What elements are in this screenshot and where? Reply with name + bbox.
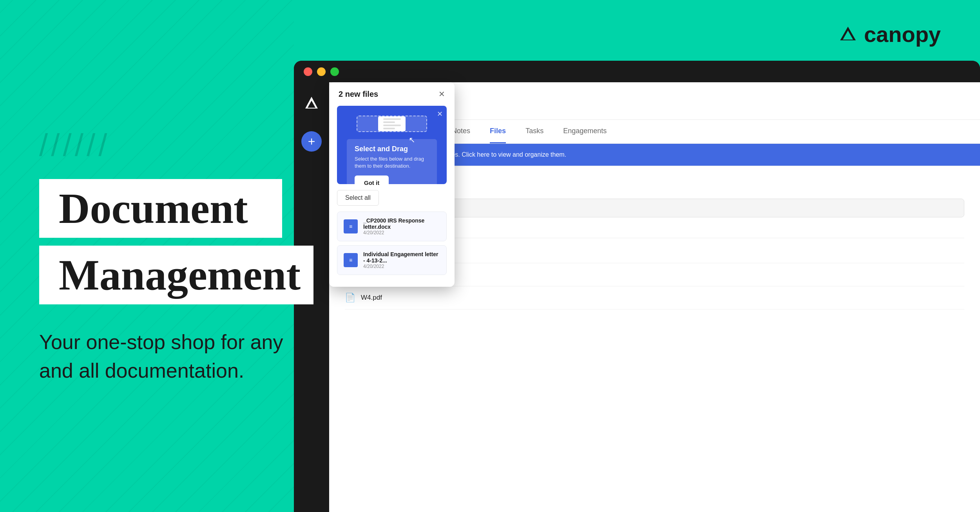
file-item-w4[interactable]: 📄 W4.pdf [345,286,964,309]
drag-line-short-1 [383,121,395,123]
popup-close-button[interactable]: ✕ [438,89,445,99]
drag-tooltip-title: Select and Drag [355,145,429,153]
headline-line1: Document [59,185,248,232]
doc-icon-2: ≡ [344,253,358,267]
drag-line-short-2 [383,128,395,129]
drag-file-lines [383,118,401,129]
file-list-info-2: Individual Engagement letter - 4-13-2...… [363,251,440,269]
cursor-icon: ↖ [409,135,415,145]
tab-tasks[interactable]: Tasks [525,120,543,143]
tab-files[interactable]: Files [490,120,506,143]
popup-drag-area: ✕ ↖ [337,106,447,184]
drag-line-long-2 [383,125,401,126]
popup-title: 2 new files [339,90,378,99]
file-list-name-2: Individual Engagement letter - 4-13-2... [363,251,440,264]
got-it-button[interactable]: Got it [355,175,389,190]
traffic-light-yellow[interactable] [317,67,326,76]
drag-drop-box [357,116,427,132]
tab-notes[interactable]: Notes [452,120,470,143]
file-list-date-2: 4/20/2022 [363,264,440,269]
popup-container: 2 new files ✕ ✕ [329,82,455,287]
popup-body: Select all ≡ _CP2000 IRS Response letter… [329,184,455,287]
canopy-logo-text: canopy [864,22,941,47]
popup-overlay: 2 new files ✕ ✕ [329,82,455,287]
file-list-date-1: 4/20/2022 [363,230,440,235]
popup-header: 2 new files ✕ [329,82,455,106]
headline-box-2: Management [39,246,313,304]
headline-box-1: Document [39,179,282,238]
drag-file-icon [378,116,406,131]
tab-engagements[interactable]: Engagements [563,120,607,143]
browser-titlebar [294,61,980,82]
canopy-logo-icon [838,25,858,44]
subheadline: Your one-stop shop for any and all docum… [39,328,313,385]
file-name-w4: W4.pdf [361,294,382,302]
file-list-name-1: _CP2000 IRS Response letter.docx [363,217,440,230]
popup-file-item-1[interactable]: ≡ _CP2000 IRS Response letter.docx 4/20/… [337,212,447,241]
browser-window: + AL Alice Lidell ▾ � [294,61,980,512]
drag-tooltip: Select and Drag Select the files below a… [347,139,437,196]
canopy-logo: canopy [838,22,941,47]
drag-tooltip-desc: Select the files below and drag them to … [355,156,429,170]
drag-line-long [383,118,401,120]
sidebar-logo [303,94,321,112]
headline-line2: Management [59,251,301,299]
pdf-icon-w4: 📄 [345,293,355,303]
traffic-light-green[interactable] [330,67,339,76]
popup-file-item-2[interactable]: ≡ Individual Engagement letter - 4-13-2.… [337,245,447,275]
right-section: canopy + [294,0,980,512]
drag-area-close-icon[interactable]: ✕ [437,110,443,118]
traffic-light-red[interactable] [304,67,312,76]
file-list-info-1: _CP2000 IRS Response letter.docx 4/20/20… [363,217,440,235]
doc-icon-1: ≡ [344,219,358,233]
